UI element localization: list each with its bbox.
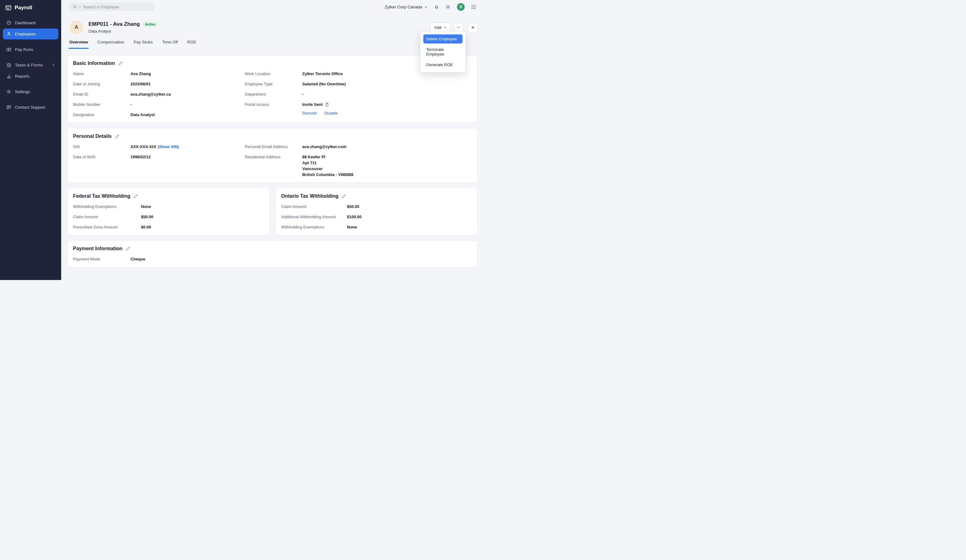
field-label: Payment Mode (73, 256, 130, 262)
search-scope-chevron-icon[interactable] (79, 6, 81, 8)
field-row: Payment Mode Cheque (73, 256, 472, 262)
dashboard-icon (6, 20, 12, 25)
card-title: Payment Information (73, 246, 122, 251)
tab-compensation[interactable]: Compensation (97, 40, 125, 49)
reports-icon (6, 74, 12, 79)
sidebar-item-contact-support[interactable]: Contact Support (3, 102, 58, 113)
header-actions: Add (430, 23, 478, 32)
show-sin-link[interactable]: (Show SIN) (158, 144, 179, 149)
tab-time-off[interactable]: Time Off (161, 40, 179, 49)
edit-basic-information-button[interactable] (118, 61, 123, 65)
org-selector[interactable]: Zylker Corp Canada (384, 5, 428, 9)
reinvite-link[interactable]: Reinvite (302, 110, 317, 116)
field-value: Zylker Toronto Office (302, 71, 343, 77)
employee-titles: EMP011 - Ava Zhang Active Data Analyst (89, 21, 158, 34)
menu-item-terminate-employee[interactable]: Terminate Employee (423, 45, 463, 59)
field-label: Date of Birth (73, 154, 130, 160)
add-button[interactable]: Add (430, 23, 451, 32)
field-row-portal-access: Portal Access Invite Sent (245, 102, 472, 116)
field-value: Cheque (130, 256, 145, 262)
field-row: Name Ava Zhang (73, 71, 245, 77)
sidebar-item-label: Pay Runs (15, 47, 33, 52)
field-label: Work Location (245, 71, 302, 77)
field-label: Prescribed Zone Amount (73, 224, 141, 230)
status-badge: Active (143, 21, 158, 27)
more-actions-button[interactable] (454, 23, 463, 32)
org-name: Zylker Corp Canada (384, 5, 422, 9)
field-value: 1996/02/12 (130, 154, 151, 160)
field-row: Claim Amount $50.00 (281, 204, 472, 210)
field-row: Additional Withholding Amount $100.00 (281, 214, 472, 220)
edit-ontario-tax-button[interactable] (342, 194, 346, 198)
field-label: Claim Amount (73, 214, 141, 220)
sidebar-item-settings[interactable]: Settings (3, 86, 58, 97)
add-button-label: Add (434, 25, 441, 30)
sidebar-item-pay-runs[interactable]: Pay Runs (3, 44, 58, 55)
tab-roe[interactable]: ROE (187, 40, 197, 49)
field-label: Employee Type (245, 81, 302, 87)
field-value: None (347, 224, 357, 230)
ellipsis-icon (456, 25, 461, 30)
sidebar-item-reports[interactable]: Reports (3, 71, 58, 82)
app-logo: Payroll (0, 0, 61, 16)
close-button[interactable] (468, 23, 478, 32)
disable-link[interactable]: Disable (324, 110, 338, 116)
field-label: Additional Withholding Amount (281, 214, 347, 220)
notifications-button[interactable] (434, 4, 439, 10)
field-value: $0.00 (141, 224, 151, 230)
employee-designation: Data Analyst (89, 29, 158, 34)
edit-personal-details-button[interactable] (115, 134, 120, 138)
pay-runs-icon (6, 47, 12, 52)
contact-support-icon (6, 105, 12, 110)
search-box[interactable] (70, 2, 154, 11)
user-avatar[interactable]: S (457, 3, 465, 11)
basic-information-card: Basic Information Name Ava Zhang (67, 55, 478, 123)
field-row: Withholding Exemptions None (73, 204, 264, 210)
basic-right-column: Work Location Zylker Toronto Office Empl… (245, 71, 472, 118)
field-value: Salaried (No Overtime) (302, 81, 346, 87)
settings-button[interactable] (445, 4, 451, 10)
personal-details-card: Personal Details SIN XXX-XXX-410(Show SI… (67, 128, 478, 183)
tab-pay-stubs[interactable]: Pay Stubs (133, 40, 153, 49)
edit-payment-information-button[interactable] (126, 246, 130, 251)
field-label: Email ID (73, 91, 130, 97)
sidebar-item-employees[interactable]: Employees (3, 29, 58, 39)
employee-actions-menu: Delete Employee Terminate Employee Gener… (420, 31, 466, 73)
sidebar-item-taxes-forms[interactable]: Taxes & Forms (3, 60, 58, 70)
basic-left-column: Name Ava Zhang Date of Joining 2023/06/0… (73, 71, 245, 118)
card-title: Federal Tax Withholding (73, 193, 130, 199)
pencil-icon (133, 194, 138, 198)
app-title: Payroll (15, 5, 32, 11)
field-row: Department - (245, 91, 472, 97)
field-row: Claim Amount $50.00 (73, 214, 264, 220)
sidebar-item-label: Settings (15, 89, 30, 94)
apps-button[interactable] (471, 4, 476, 10)
search-input[interactable] (83, 5, 151, 9)
field-label: Personal Email Address (245, 144, 302, 150)
menu-item-generate-roe[interactable]: Generate ROE (423, 60, 463, 70)
sidebar-item-dashboard[interactable]: Dashboard (3, 17, 58, 28)
field-label: Portal Access (245, 102, 302, 116)
edit-federal-tax-button[interactable] (133, 194, 138, 198)
residential-address: 88 Keefer Pl Apt 711 Vancouver British C… (302, 154, 353, 178)
field-row: Prescribed Zone Amount $0.00 (73, 224, 264, 230)
card-title: Personal Details (73, 133, 112, 139)
field-value: XXX-XXX-410 (130, 144, 156, 149)
chevron-down-icon (444, 26, 447, 29)
pencil-icon (118, 61, 123, 65)
menu-item-delete-employee[interactable]: Delete Employee (423, 34, 463, 44)
invite-sent-icon (325, 102, 329, 107)
sidebar-item-label: Dashboard (15, 20, 35, 25)
field-value: ava.zhang@zylker.ca (130, 91, 171, 97)
sidebar: Payroll Dashboard Employees (0, 0, 61, 280)
field-value: $100.00 (347, 214, 361, 220)
field-label: Date of Joining (73, 81, 130, 87)
field-label: SIN (73, 144, 130, 150)
tab-overview[interactable]: Overview (69, 40, 89, 49)
field-label: Mobile Number (73, 102, 130, 107)
ontario-tax-withholding-card: Ontario Tax Withholding Claim Amount $50… (275, 188, 478, 235)
employees-icon (6, 31, 12, 37)
tax-cards-row: Federal Tax Withholding Withholding Exem… (67, 188, 478, 235)
sidebar-item-label: Reports (15, 74, 30, 79)
field-value: None (141, 204, 151, 210)
